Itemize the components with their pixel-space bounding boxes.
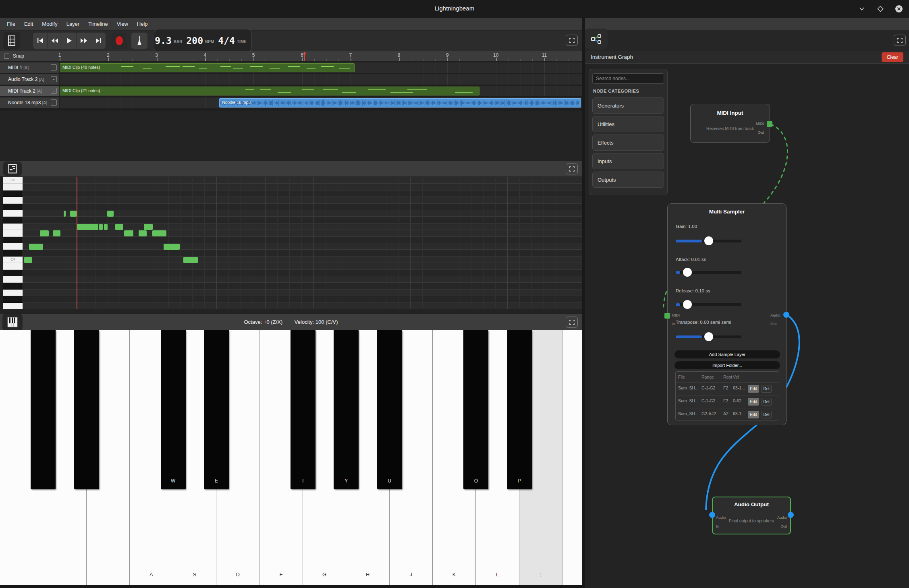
midi-note[interactable]	[70, 211, 77, 217]
key-row[interactable]	[3, 224, 23, 230]
black-key-W[interactable]: W	[161, 330, 186, 489]
key-row[interactable]	[3, 250, 23, 256]
category-outputs[interactable]: Outputs	[592, 172, 664, 188]
piano-roll-playhead[interactable]	[77, 177, 77, 309]
black-key-Y[interactable]: Y	[334, 330, 359, 489]
category-inputs[interactable]: Inputs	[592, 153, 664, 169]
skip-to-end-button[interactable]	[91, 33, 106, 49]
midi-clip[interactable]: MIDI Clip (40 notes)	[60, 63, 355, 72]
key-row[interactable]	[3, 197, 23, 203]
slider-track[interactable]	[676, 303, 741, 306]
audio-out-port[interactable]	[783, 312, 789, 318]
midi-note[interactable]	[40, 230, 49, 236]
graph-fullscreen-button[interactable]	[894, 35, 906, 46]
record-button[interactable]	[111, 33, 127, 49]
track-label-4[interactable]: Noodle 18.mp3[A]-	[0, 97, 60, 108]
close-icon[interactable]	[894, 4, 903, 13]
slider-track[interactable]	[676, 271, 741, 274]
menu-help[interactable]: Help	[133, 18, 152, 30]
maximize-icon[interactable]	[876, 4, 885, 13]
midi-note[interactable]	[64, 211, 66, 217]
piano-roll-grid[interactable]	[23, 177, 582, 309]
black-key-1[interactable]	[31, 330, 56, 489]
track-collapse-button[interactable]: -	[51, 88, 57, 94]
minimize-icon[interactable]	[857, 4, 866, 13]
piano-roll-key-strip[interactable]: C5C4	[3, 177, 23, 309]
track-collapse-button[interactable]: -	[51, 64, 57, 70]
track-lane[interactable]	[60, 74, 582, 85]
key-row[interactable]	[3, 296, 23, 302]
midi-note[interactable]	[24, 257, 32, 263]
midi-note[interactable]	[183, 257, 198, 263]
midi-note[interactable]	[139, 230, 147, 236]
key-row[interactable]	[3, 276, 23, 283]
key-row-c4[interactable]: C4	[3, 257, 23, 263]
audio-clip[interactable]: Noodle 18.mp3	[219, 98, 581, 108]
track-lane[interactable]: MIDI Clip (40 notes)	[60, 62, 582, 73]
delete-sample-button[interactable]: Del	[761, 398, 772, 406]
category-effects[interactable]: Effects	[592, 135, 664, 151]
midi-clip[interactable]: MIDI Clip (21 notes)	[60, 87, 479, 95]
keyboard-view-button[interactable]	[2, 314, 23, 331]
track-lane[interactable]: Noodle 18.mp3	[60, 97, 582, 108]
edit-sample-button[interactable]: Edit	[748, 385, 759, 393]
slider-track[interactable]	[676, 240, 741, 242]
key-row[interactable]	[3, 283, 23, 289]
midi-note[interactable]	[99, 224, 103, 230]
key-row[interactable]	[3, 204, 23, 210]
key-row[interactable]	[3, 263, 23, 269]
graph-canvas[interactable]: NODE CATEGORIES GeneratorsUtilitiesEffec…	[585, 64, 909, 588]
key-row[interactable]	[3, 217, 23, 223]
midi-note[interactable]	[77, 224, 98, 230]
menu-timeline[interactable]: Timeline	[84, 18, 112, 30]
category-utilities[interactable]: Utilities	[592, 116, 664, 132]
track-label-1[interactable]: MIDI 1[A]-	[0, 62, 60, 73]
midi-note[interactable]	[144, 224, 153, 230]
menu-file[interactable]: File	[2, 18, 20, 30]
key-row[interactable]	[3, 237, 23, 243]
media-library-button[interactable]	[3, 32, 20, 50]
snap-checkbox[interactable]	[4, 54, 9, 59]
keyboard-fullscreen-button[interactable]	[566, 317, 578, 328]
key-row[interactable]	[3, 303, 23, 309]
delete-sample-button[interactable]: Del	[761, 385, 772, 393]
midi-note[interactable]	[152, 230, 166, 236]
category-generators[interactable]: Generators	[592, 97, 664, 114]
track-label-2[interactable]: Audio Track 2[A]-	[0, 74, 60, 85]
midi-out-port[interactable]	[767, 121, 772, 127]
piano-roll-fullscreen-button[interactable]	[566, 163, 578, 174]
slider-thumb[interactable]	[704, 332, 713, 341]
clear-button[interactable]: Clear	[882, 52, 903, 62]
black-key-2[interactable]	[74, 330, 99, 489]
slider-thumb[interactable]	[683, 268, 692, 277]
black-key-P[interactable]: P	[507, 330, 532, 489]
timeline-ruler[interactable]: Snap 1234567891011	[0, 51, 582, 61]
piano-roll[interactable]: C5C4	[0, 176, 582, 309]
key-row[interactable]	[3, 210, 23, 217]
midi-note[interactable]	[107, 211, 114, 217]
node-midi-input[interactable]: MIDI Input Receives MIDI from track MIDI…	[690, 104, 770, 143]
key-row[interactable]	[3, 270, 23, 276]
piano-roll-view-button[interactable]	[3, 161, 22, 176]
node-audio-output[interactable]: Audio Output Final output to speakers Au…	[712, 497, 791, 534]
key-row[interactable]	[3, 243, 23, 250]
node-multi-sampler[interactable]: Multi Sampler MIDI In Audio Out Add Samp…	[667, 203, 787, 425]
key-row[interactable]	[3, 290, 23, 296]
key-row[interactable]	[3, 190, 23, 197]
slider-track[interactable]	[676, 335, 741, 338]
rewind-button[interactable]	[48, 33, 62, 49]
add-sample-layer-button[interactable]: Add Sample Layer	[674, 350, 780, 358]
menu-edit[interactable]: Edit	[20, 18, 37, 30]
edit-sample-button[interactable]: Edit	[748, 411, 759, 418]
audio-out-port[interactable]	[788, 512, 794, 518]
midi-note[interactable]	[104, 224, 108, 230]
delete-sample-button[interactable]: Del	[761, 411, 772, 418]
panel-divider[interactable]	[582, 18, 585, 588]
key-row-c5[interactable]: C5	[3, 177, 23, 184]
white-key-13[interactable]	[562, 330, 582, 585]
menu-modify[interactable]: Modify	[37, 18, 62, 30]
track-collapse-button[interactable]: -	[51, 76, 57, 82]
import-folder-button[interactable]: Import Folder...	[674, 361, 780, 369]
midi-note[interactable]	[164, 244, 180, 250]
track-label-3[interactable]: MIDI Track 2[A]-	[0, 86, 60, 96]
